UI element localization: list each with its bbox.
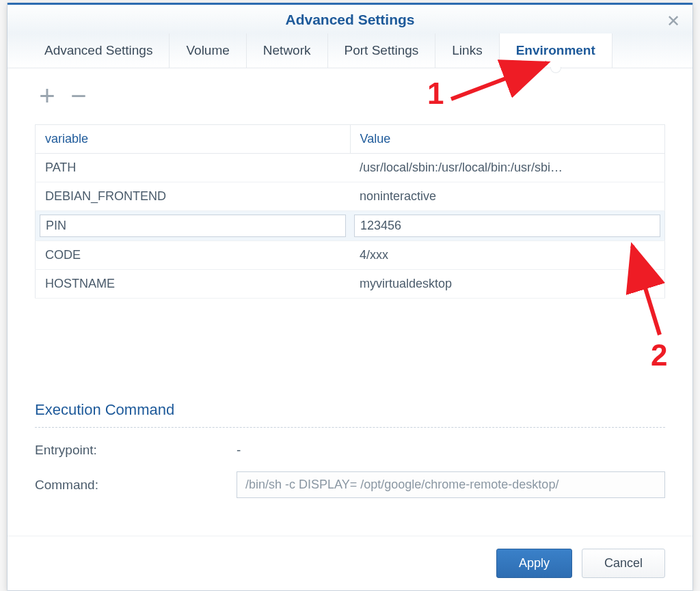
entrypoint-value: - <box>237 443 241 458</box>
tabs-bar: Advanced Settings Volume Network Port Se… <box>8 33 692 68</box>
env-var-value: noninteractive <box>350 182 665 211</box>
env-var-name: CODE <box>36 241 351 270</box>
tab-advanced-settings[interactable]: Advanced Settings <box>28 33 170 68</box>
entrypoint-label: Entrypoint: <box>35 443 237 458</box>
env-var-value: myvirtualdesktop <box>350 270 665 299</box>
env-var-name: HOSTNAME <box>36 270 351 299</box>
column-header-value[interactable]: Value <box>350 125 665 154</box>
table-row[interactable]: CODE 4/xxx <box>36 241 665 270</box>
entrypoint-row: Entrypoint: - <box>35 443 665 458</box>
env-var-name: PATH <box>36 154 351 182</box>
env-var-value: 4/xxx <box>350 241 665 270</box>
column-header-variable[interactable]: variable <box>36 125 351 154</box>
env-variables-table: variable Value PATH /usr/local/sbin:/usr… <box>35 124 665 299</box>
command-label: Command: <box>35 478 237 493</box>
content-area: + − variable Value PATH /usr/local/sbin:… <box>8 68 692 536</box>
add-icon[interactable]: + <box>35 82 59 109</box>
dialog-footer: Apply Cancel <box>8 536 692 590</box>
tab-environment[interactable]: Environment <box>500 33 612 68</box>
env-var-name: DEBIAN_FRONTEND <box>36 182 351 211</box>
apply-button[interactable]: Apply <box>496 549 572 578</box>
dialog-title: Advanced Settings <box>285 12 414 27</box>
table-row[interactable]: HOSTNAME myvirtualdesktop <box>36 270 665 299</box>
tab-volume[interactable]: Volume <box>170 33 246 68</box>
dialog-header: Advanced Settings ✕ <box>8 5 692 33</box>
execution-command-title: Execution Command <box>35 401 665 428</box>
cancel-button[interactable]: Cancel <box>582 549 665 578</box>
advanced-settings-dialog: Advanced Settings ✕ Advanced Settings Vo… <box>7 3 693 591</box>
table-row[interactable]: DEBIAN_FRONTEND noninteractive <box>36 182 665 211</box>
tab-port-settings[interactable]: Port Settings <box>328 33 436 68</box>
remove-icon[interactable]: − <box>66 82 91 109</box>
tab-network[interactable]: Network <box>247 33 328 68</box>
env-var-value: /usr/local/sbin:/usr/local/bin:/usr/sbi… <box>350 154 665 182</box>
env-var-name-input[interactable] <box>40 215 346 237</box>
command-row: Command: <box>35 471 665 498</box>
table-row[interactable]: PATH /usr/local/sbin:/usr/local/bin:/usr… <box>36 154 665 182</box>
env-var-value-input[interactable] <box>354 215 660 237</box>
env-toolbar: + − <box>35 82 665 109</box>
tab-links[interactable]: Links <box>435 33 499 68</box>
table-row-selected[interactable] <box>36 211 665 241</box>
close-icon[interactable]: ✕ <box>667 13 680 29</box>
command-input[interactable] <box>237 471 665 498</box>
